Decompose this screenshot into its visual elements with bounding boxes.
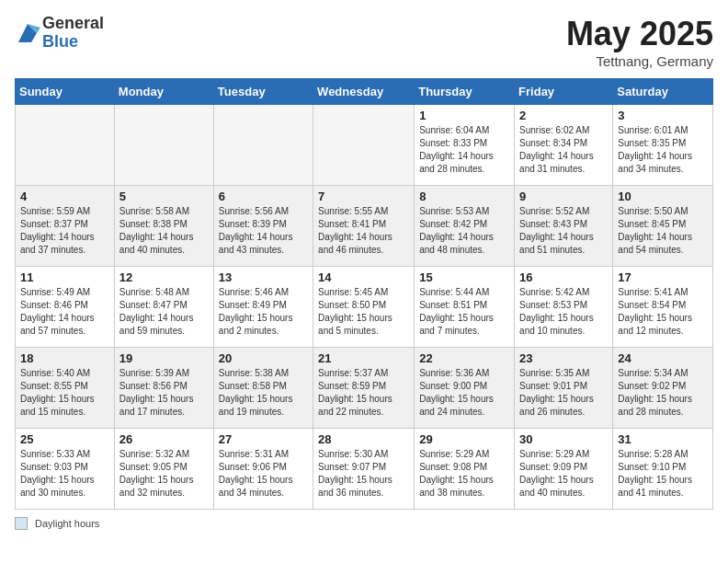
weekday-header: Sunday [16, 79, 115, 105]
day-info: Sunrise: 5:48 AM Sunset: 8:47 PM Dayligh… [119, 286, 209, 338]
calendar-cell [16, 105, 115, 186]
calendar-cell: 3Sunrise: 6:01 AM Sunset: 8:35 PM Daylig… [613, 105, 713, 186]
day-number: 6 [219, 190, 308, 203]
day-info: Sunrise: 5:34 AM Sunset: 9:02 PM Dayligh… [618, 367, 708, 419]
logo-blue-text: Blue [42, 33, 104, 52]
calendar-cell: 16Sunrise: 5:42 AM Sunset: 8:53 PM Dayli… [515, 267, 613, 348]
day-number: 24 [618, 351, 708, 365]
title-area: May 2025 Tettnang, Germany [566, 15, 713, 69]
day-number: 13 [219, 270, 308, 284]
legend-label: Daylight hours [35, 518, 99, 529]
day-number: 8 [419, 190, 509, 203]
day-info: Sunrise: 5:59 AM Sunset: 8:37 PM Dayligh… [20, 205, 109, 257]
calendar-cell: 19Sunrise: 5:39 AM Sunset: 8:56 PM Dayli… [114, 348, 213, 429]
day-number: 5 [119, 190, 209, 203]
day-number: 20 [219, 351, 308, 365]
day-number: 4 [20, 190, 109, 203]
day-info: Sunrise: 5:29 AM Sunset: 9:08 PM Dayligh… [419, 448, 509, 500]
calendar-row: 18Sunrise: 5:40 AM Sunset: 8:55 PM Dayli… [16, 348, 713, 429]
calendar-cell: 23Sunrise: 5:35 AM Sunset: 9:01 PM Dayli… [515, 348, 613, 429]
month-title: May 2025 [566, 15, 713, 53]
calendar-cell: 26Sunrise: 5:32 AM Sunset: 9:05 PM Dayli… [114, 429, 213, 510]
day-info: Sunrise: 5:42 AM Sunset: 8:53 PM Dayligh… [519, 286, 608, 338]
day-number: 15 [419, 270, 509, 284]
calendar-cell: 6Sunrise: 5:56 AM Sunset: 8:39 PM Daylig… [213, 186, 313, 267]
calendar-cell: 31Sunrise: 5:28 AM Sunset: 9:10 PM Dayli… [613, 429, 713, 510]
legend: Daylight hours [15, 517, 713, 530]
day-number: 31 [618, 432, 708, 446]
calendar-cell: 9Sunrise: 5:52 AM Sunset: 8:43 PM Daylig… [515, 186, 613, 267]
calendar-cell: 17Sunrise: 5:41 AM Sunset: 8:54 PM Dayli… [613, 267, 713, 348]
day-info: Sunrise: 5:53 AM Sunset: 8:42 PM Dayligh… [419, 205, 509, 257]
day-number: 3 [618, 109, 708, 122]
day-number: 12 [119, 270, 209, 284]
day-info: Sunrise: 5:46 AM Sunset: 8:49 PM Dayligh… [219, 286, 308, 338]
weekday-header-row: SundayMondayTuesdayWednesdayThursdayFrid… [16, 79, 713, 105]
day-number: 17 [618, 270, 708, 284]
calendar-cell: 21Sunrise: 5:37 AM Sunset: 8:59 PM Dayli… [313, 348, 415, 429]
calendar-row: 1Sunrise: 6:04 AM Sunset: 8:33 PM Daylig… [16, 105, 713, 186]
legend-box [15, 517, 28, 530]
day-info: Sunrise: 6:02 AM Sunset: 8:34 PM Dayligh… [519, 124, 608, 176]
calendar-cell: 29Sunrise: 5:29 AM Sunset: 9:08 PM Dayli… [415, 429, 515, 510]
day-info: Sunrise: 5:52 AM Sunset: 8:43 PM Dayligh… [519, 205, 608, 257]
calendar-cell: 11Sunrise: 5:49 AM Sunset: 8:46 PM Dayli… [16, 267, 115, 348]
day-info: Sunrise: 5:30 AM Sunset: 9:07 PM Dayligh… [318, 448, 409, 500]
calendar-cell: 12Sunrise: 5:48 AM Sunset: 8:47 PM Dayli… [114, 267, 213, 348]
day-number: 11 [20, 270, 109, 284]
calendar-cell: 18Sunrise: 5:40 AM Sunset: 8:55 PM Dayli… [16, 348, 115, 429]
location-text: Tettnang, Germany [566, 53, 713, 69]
calendar-cell: 7Sunrise: 5:55 AM Sunset: 8:41 PM Daylig… [313, 186, 415, 267]
day-info: Sunrise: 5:37 AM Sunset: 8:59 PM Dayligh… [318, 367, 409, 419]
day-info: Sunrise: 5:35 AM Sunset: 9:01 PM Dayligh… [519, 367, 608, 419]
weekday-header: Thursday [415, 79, 515, 105]
calendar-cell: 2Sunrise: 6:02 AM Sunset: 8:34 PM Daylig… [515, 105, 613, 186]
day-info: Sunrise: 5:31 AM Sunset: 9:06 PM Dayligh… [219, 448, 308, 500]
day-info: Sunrise: 5:44 AM Sunset: 8:51 PM Dayligh… [419, 286, 509, 338]
day-info: Sunrise: 5:45 AM Sunset: 8:50 PM Dayligh… [318, 286, 409, 338]
day-number: 25 [20, 432, 109, 446]
day-info: Sunrise: 5:55 AM Sunset: 8:41 PM Dayligh… [318, 205, 409, 257]
day-info: Sunrise: 6:04 AM Sunset: 8:33 PM Dayligh… [419, 124, 509, 176]
day-number: 9 [519, 190, 608, 203]
day-number: 30 [519, 432, 608, 446]
calendar-cell [213, 105, 313, 186]
calendar-cell: 10Sunrise: 5:50 AM Sunset: 8:45 PM Dayli… [613, 186, 713, 267]
day-number: 22 [419, 351, 509, 365]
day-info: Sunrise: 5:58 AM Sunset: 8:38 PM Dayligh… [119, 205, 209, 257]
day-number: 21 [318, 351, 409, 365]
day-number: 29 [419, 432, 509, 446]
day-number: 23 [519, 351, 608, 365]
calendar-row: 25Sunrise: 5:33 AM Sunset: 9:03 PM Dayli… [16, 429, 713, 510]
calendar-cell [313, 105, 415, 186]
day-info: Sunrise: 5:39 AM Sunset: 8:56 PM Dayligh… [119, 367, 209, 419]
day-info: Sunrise: 5:56 AM Sunset: 8:39 PM Dayligh… [219, 205, 308, 257]
day-info: Sunrise: 5:33 AM Sunset: 9:03 PM Dayligh… [20, 448, 109, 500]
calendar-cell: 15Sunrise: 5:44 AM Sunset: 8:51 PM Dayli… [415, 267, 515, 348]
day-number: 28 [318, 432, 409, 446]
calendar-cell: 1Sunrise: 6:04 AM Sunset: 8:33 PM Daylig… [415, 105, 515, 186]
weekday-header: Saturday [613, 79, 713, 105]
weekday-header: Tuesday [213, 79, 313, 105]
calendar-cell [114, 105, 213, 186]
day-info: Sunrise: 5:32 AM Sunset: 9:05 PM Dayligh… [119, 448, 209, 500]
day-info: Sunrise: 5:28 AM Sunset: 9:10 PM Dayligh… [618, 448, 708, 500]
weekday-header: Wednesday [313, 79, 415, 105]
logo-icon [15, 20, 40, 46]
calendar-row: 11Sunrise: 5:49 AM Sunset: 8:46 PM Dayli… [16, 267, 713, 348]
day-number: 7 [318, 190, 409, 203]
calendar-cell: 30Sunrise: 5:29 AM Sunset: 9:09 PM Dayli… [515, 429, 613, 510]
day-number: 19 [119, 351, 209, 365]
calendar-row: 4Sunrise: 5:59 AM Sunset: 8:37 PM Daylig… [16, 186, 713, 267]
day-info: Sunrise: 5:38 AM Sunset: 8:58 PM Dayligh… [219, 367, 308, 419]
day-info: Sunrise: 5:36 AM Sunset: 9:00 PM Dayligh… [419, 367, 509, 419]
calendar-cell: 28Sunrise: 5:30 AM Sunset: 9:07 PM Dayli… [313, 429, 415, 510]
calendar-cell: 20Sunrise: 5:38 AM Sunset: 8:58 PM Dayli… [213, 348, 313, 429]
calendar-cell: 13Sunrise: 5:46 AM Sunset: 8:49 PM Dayli… [213, 267, 313, 348]
day-info: Sunrise: 6:01 AM Sunset: 8:35 PM Dayligh… [618, 124, 708, 176]
weekday-header: Friday [515, 79, 613, 105]
calendar-cell: 27Sunrise: 5:31 AM Sunset: 9:06 PM Dayli… [213, 429, 313, 510]
calendar-cell: 4Sunrise: 5:59 AM Sunset: 8:37 PM Daylig… [16, 186, 115, 267]
day-info: Sunrise: 5:49 AM Sunset: 8:46 PM Dayligh… [20, 286, 109, 338]
day-number: 14 [318, 270, 409, 284]
